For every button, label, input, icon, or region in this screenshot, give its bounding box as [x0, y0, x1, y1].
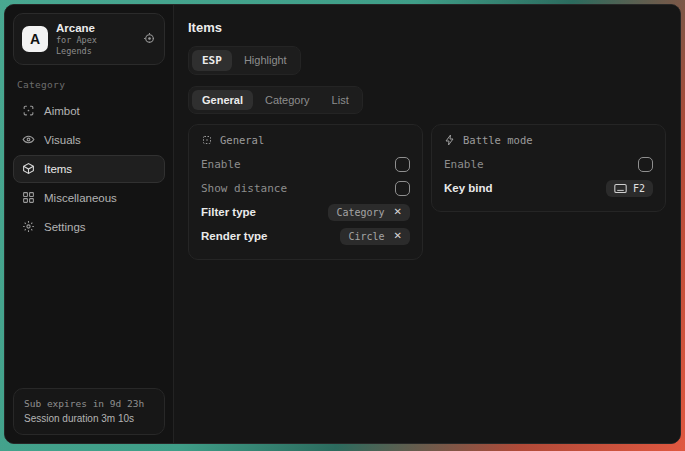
enable-label: Enable — [201, 158, 241, 171]
app-logo: A — [22, 26, 48, 52]
enable-row: Enable — [201, 152, 410, 176]
general-panel-title: General — [220, 134, 264, 146]
eye-icon — [22, 133, 35, 146]
gear-icon — [22, 220, 35, 233]
bolt-icon — [444, 134, 456, 146]
tab-general[interactable]: General — [192, 90, 253, 110]
sidebar-item-label: Miscellaneous — [44, 192, 117, 204]
grid-icon — [22, 191, 35, 204]
enable-checkbox[interactable] — [395, 157, 410, 172]
battle-mode-panel: Battle mode Enable Key bind — [431, 124, 666, 212]
key-bind-label: Key bind — [444, 182, 493, 194]
tab-list[interactable]: List — [322, 90, 359, 110]
clear-filter-button[interactable]: ✕ — [394, 207, 402, 217]
battle-enable-checkbox[interactable] — [638, 157, 653, 172]
show-distance-row: Show distance — [201, 176, 410, 200]
battle-enable-row: Enable — [444, 152, 653, 176]
sun-icon — [201, 134, 213, 146]
key-bind-row: Key bind F2 — [444, 176, 653, 200]
filter-type-value: Category — [336, 207, 384, 218]
sidebar-item-items[interactable]: Items — [13, 155, 165, 183]
main-content: Items ESP Highlight General Category Lis… — [174, 5, 680, 443]
tab-category[interactable]: Category — [255, 90, 320, 110]
render-type-label: Render type — [201, 230, 267, 242]
sidebar-item-label: Visuals — [44, 134, 81, 146]
session-info-card: Sub expires in 9d 23h Session duration 3… — [13, 388, 165, 435]
page-title: Items — [188, 20, 666, 35]
mode-tab-group: ESP Highlight — [188, 46, 301, 75]
render-type-row: Render type Circle ✕ — [201, 224, 410, 248]
show-distance-label: Show distance — [201, 182, 287, 195]
target-icon[interactable] — [143, 32, 156, 45]
key-bind-value: F2 — [633, 183, 645, 194]
sidebar-item-label: Settings — [44, 221, 86, 233]
filter-type-select[interactable]: Category ✕ — [328, 204, 410, 221]
battle-enable-label: Enable — [444, 158, 484, 171]
category-section-label: Category — [17, 79, 161, 90]
sidebar: A Arcane for Apex Legends Category — [5, 5, 174, 443]
filter-type-row: Filter type Category ✕ — [201, 200, 410, 224]
box-icon — [22, 162, 35, 175]
clear-render-button[interactable]: ✕ — [394, 231, 402, 241]
subscription-expiry: Sub expires in 9d 23h — [24, 397, 154, 411]
battle-mode-panel-title: Battle mode — [463, 134, 533, 146]
sidebar-item-label: Items — [44, 163, 72, 175]
app-title: Arcane — [56, 21, 135, 35]
keyboard-icon — [614, 183, 627, 194]
app-window: A Arcane for Apex Legends Category — [4, 4, 681, 444]
filter-type-label: Filter type — [201, 206, 256, 218]
tab-highlight[interactable]: Highlight — [234, 50, 297, 71]
general-panel: General Enable Show distance Filter type… — [188, 124, 423, 260]
sidebar-item-aimbot[interactable]: Aimbot — [13, 97, 165, 125]
show-distance-checkbox[interactable] — [395, 181, 410, 196]
render-type-value: Circle — [348, 231, 384, 242]
render-type-select[interactable]: Circle ✕ — [340, 228, 410, 245]
sidebar-item-label: Aimbot — [44, 105, 80, 117]
sidebar-item-visuals[interactable]: Visuals — [13, 126, 165, 154]
crosshair-icon — [22, 104, 35, 117]
key-bind-button[interactable]: F2 — [606, 180, 653, 197]
app-subtitle: for Apex Legends — [56, 35, 135, 56]
brand-card: A Arcane for Apex Legends — [13, 13, 165, 65]
tab-esp[interactable]: ESP — [192, 50, 232, 71]
view-tab-group: General Category List — [188, 86, 363, 114]
sidebar-item-settings[interactable]: Settings — [13, 213, 165, 241]
sidebar-nav: Aimbot Visuals Items — [13, 97, 165, 241]
sidebar-item-miscellaneous[interactable]: Miscellaneous — [13, 184, 165, 212]
session-duration: Session duration 3m 10s — [24, 411, 154, 426]
